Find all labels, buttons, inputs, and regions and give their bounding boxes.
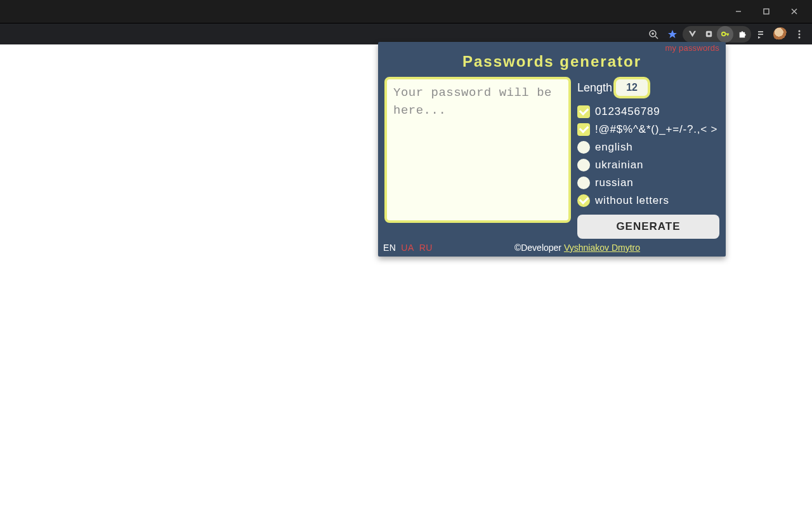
- profile-avatar[interactable]: [771, 25, 789, 43]
- password-output[interactable]: Your password will be here...: [384, 77, 571, 223]
- checkbox-icon[interactable]: [577, 105, 590, 118]
- page-content: my passwords Passwords generator Your pa…: [0, 44, 812, 508]
- length-label: Length: [577, 81, 612, 95]
- lang-en[interactable]: EN: [383, 243, 396, 253]
- browser-toolbar: [0, 23, 812, 44]
- svg-marker-8: [668, 30, 677, 38]
- svg-marker-9: [688, 31, 695, 37]
- maximize-button[interactable]: [752, 3, 780, 20]
- option-english[interactable]: english: [577, 138, 719, 156]
- svg-point-11: [707, 32, 710, 35]
- controls-panel: Length 0123456789 !@#$%^&*()_+=/-?.,< > …: [577, 77, 719, 239]
- popup-title: Passwords generator: [378, 53, 726, 70]
- developer-credit: ©Developer Vyshniakov Dmytro: [435, 243, 719, 253]
- radio-icon[interactable]: [577, 177, 590, 189]
- svg-point-12: [721, 32, 725, 36]
- bookmark-star-icon[interactable]: [664, 25, 681, 43]
- length-input[interactable]: [613, 77, 650, 98]
- lang-ru[interactable]: RU: [419, 243, 433, 253]
- svg-point-18: [799, 30, 801, 32]
- radio-icon[interactable]: [577, 141, 590, 154]
- extension-vue-icon[interactable]: [684, 26, 700, 43]
- close-button[interactable]: [780, 3, 808, 20]
- option-label: russian: [595, 177, 633, 189]
- option-label: 0123456789: [595, 105, 660, 118]
- generate-button[interactable]: GENERATE: [577, 215, 719, 239]
- zoom-icon[interactable]: [645, 25, 662, 43]
- extensions-puzzle-icon[interactable]: [733, 26, 750, 43]
- extension-box-icon[interactable]: [700, 26, 717, 43]
- option-label: !@#$%^&*()_+=/-?.,< >: [595, 123, 717, 136]
- svg-point-19: [799, 33, 801, 35]
- option-symbols[interactable]: !@#$%^&*()_+=/-?.,< >: [577, 121, 719, 138]
- lang-ua[interactable]: UA: [401, 243, 414, 253]
- option-russian[interactable]: russian: [577, 174, 719, 191]
- extension-passwords-generator-icon[interactable]: [717, 26, 733, 43]
- option-label: english: [595, 141, 632, 154]
- option-without-letters[interactable]: without letters: [577, 192, 719, 209]
- minimize-button[interactable]: [724, 3, 752, 20]
- extensions-pill: [683, 26, 751, 43]
- extension-popup: my passwords Passwords generator Your pa…: [378, 42, 726, 257]
- svg-point-20: [799, 36, 801, 38]
- svg-marker-17: [758, 36, 761, 39]
- radio-icon[interactable]: [577, 159, 590, 171]
- option-ukrainian[interactable]: ukrainian: [577, 156, 719, 173]
- svg-line-5: [655, 36, 658, 39]
- media-control-icon[interactable]: [752, 25, 770, 43]
- option-label: ukrainian: [595, 159, 643, 171]
- popup-footer: EN UA RU ©Developer Vyshniakov Dmytro: [378, 239, 726, 254]
- radio-icon[interactable]: [577, 194, 590, 207]
- option-digits[interactable]: 0123456789: [577, 103, 719, 120]
- menu-dots-icon[interactable]: [790, 25, 808, 43]
- my-passwords-link[interactable]: my passwords: [378, 42, 726, 53]
- checkbox-icon[interactable]: [577, 123, 590, 136]
- developer-link[interactable]: Vyshniakov Dmytro: [564, 243, 640, 253]
- svg-rect-1: [764, 9, 769, 14]
- language-switcher: EN UA RU: [383, 243, 435, 253]
- option-label: without letters: [595, 194, 669, 207]
- window-titlebar: [0, 0, 812, 23]
